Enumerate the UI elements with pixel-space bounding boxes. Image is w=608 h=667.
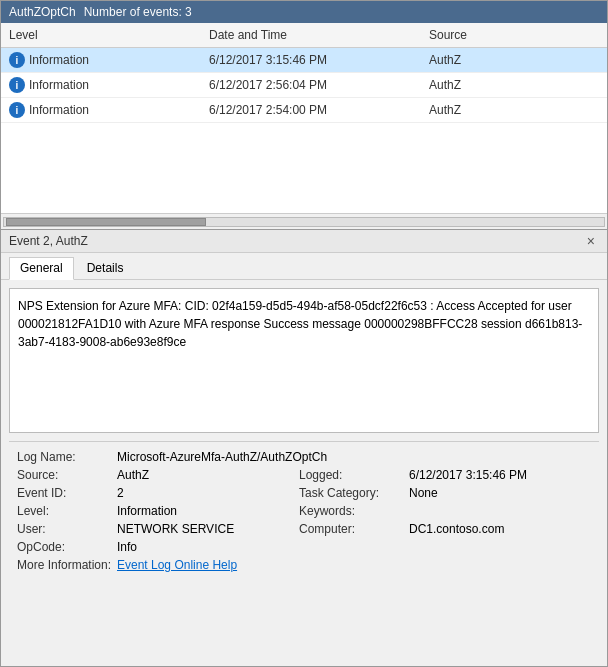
log-name-value: Microsoft-AzureMfa-AuthZ/AuthZOptCh: [117, 450, 591, 464]
level-label: Level:: [17, 504, 117, 518]
keywords-value: [409, 504, 591, 518]
table-row[interactable]: i Information 6/12/2017 2:54:00 PM AuthZ: [1, 98, 607, 123]
table-row[interactable]: i Information 6/12/2017 3:15:46 PM AuthZ: [1, 48, 607, 73]
row1-level: i Information: [1, 75, 201, 95]
computer-value: DC1.contoso.com: [409, 522, 591, 536]
more-info-label: More Information:: [17, 558, 117, 572]
table-header: Level Date and Time Source: [1, 23, 607, 48]
event-table: Level Date and Time Source i Information…: [1, 23, 607, 229]
event-id-value: 2: [117, 486, 299, 500]
message-box: NPS Extension for Azure MFA: CID: 02f4a1…: [9, 288, 599, 433]
col-header-level: Level: [1, 26, 201, 44]
empty1: [299, 540, 409, 554]
source-value: AuthZ: [117, 468, 299, 482]
opcode-label: OpCode:: [17, 540, 117, 554]
info-icon: i: [9, 52, 25, 68]
logged-label: Logged:: [299, 468, 409, 482]
empty2: [409, 540, 591, 554]
row1-date: 6/12/2017 2:56:04 PM: [201, 76, 421, 94]
opcode-value: Info: [117, 540, 299, 554]
task-category-label: Task Category:: [299, 486, 409, 500]
col-header-source: Source: [421, 26, 607, 44]
top-header: AuthZOptCh Number of events: 3: [1, 1, 607, 23]
detail-body: NPS Extension for Azure MFA: CID: 02f4a1…: [1, 280, 607, 666]
detail-title: Event 2, AuthZ: [9, 234, 88, 248]
event-list-panel: AuthZOptCh Number of events: 3 Level Dat…: [0, 0, 608, 230]
keywords-label: Keywords:: [299, 504, 409, 518]
row0-date: 6/12/2017 3:15:46 PM: [201, 51, 421, 69]
computer-label: Computer:: [299, 522, 409, 536]
event-message: NPS Extension for Azure MFA: CID: 02f4a1…: [18, 299, 582, 349]
detail-panel: Event 2, AuthZ × General Details NPS Ext…: [0, 230, 608, 667]
detail-header: Event 2, AuthZ ×: [1, 230, 607, 253]
row2-level: i Information: [1, 100, 201, 120]
row2-source: AuthZ: [421, 101, 607, 119]
task-category-value: None: [409, 486, 591, 500]
scrollbar-track[interactable]: [3, 217, 605, 227]
info-icon: i: [9, 77, 25, 93]
row2-date: 6/12/2017 2:54:00 PM: [201, 101, 421, 119]
row1-source: AuthZ: [421, 76, 607, 94]
row0-source: AuthZ: [421, 51, 607, 69]
event-rows: i Information 6/12/2017 3:15:46 PM AuthZ…: [1, 48, 607, 213]
log-name-label: Log Name:: [17, 450, 117, 464]
channel-title: AuthZOptCh: [9, 5, 76, 19]
row0-level: i Information: [1, 50, 201, 70]
event-count: Number of events: 3: [84, 5, 192, 19]
col-header-date: Date and Time: [201, 26, 421, 44]
logged-value: 6/12/2017 3:15:46 PM: [409, 468, 591, 482]
tab-details[interactable]: Details: [76, 257, 135, 279]
tab-general[interactable]: General: [9, 257, 74, 280]
source-label: Source:: [17, 468, 117, 482]
tabs-bar: General Details: [1, 253, 607, 280]
scrollbar-thumb[interactable]: [6, 218, 206, 226]
event-log-online-help-link[interactable]: Event Log Online Help: [117, 558, 237, 572]
event-id-label: Event ID:: [17, 486, 117, 500]
level-value: Information: [117, 504, 299, 518]
user-value: NETWORK SERVICE: [117, 522, 299, 536]
table-row[interactable]: i Information 6/12/2017 2:56:04 PM AuthZ: [1, 73, 607, 98]
info-icon: i: [9, 102, 25, 118]
info-grid: Log Name: Microsoft-AzureMfa-AuthZ/AuthZ…: [9, 441, 599, 580]
scrollbar-area[interactable]: [1, 213, 607, 229]
user-label: User:: [17, 522, 117, 536]
close-button[interactable]: ×: [583, 234, 599, 248]
